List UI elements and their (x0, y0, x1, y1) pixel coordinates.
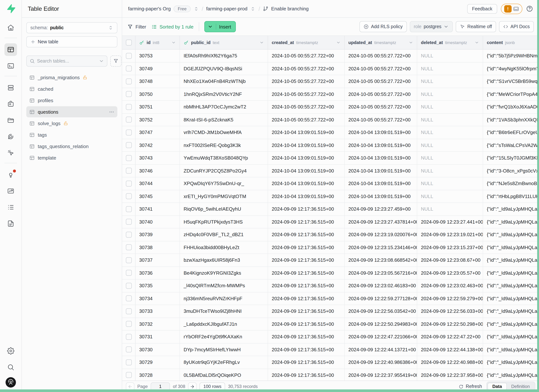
cell-deleted_at[interactable]: 2024-09-09 12:23:05.57+00 (417, 267, 483, 279)
cell-deleted_at[interactable]: NULL (417, 75, 483, 87)
cell-content[interactable]: {"id":"_Id9aLyJpMHQLaiQC (483, 369, 539, 381)
cell-deleted_at[interactable]: NULL (417, 62, 483, 75)
cell-id[interactable]: 30728 (135, 369, 180, 381)
cell-content[interactable]: {"id":"_Id9aLyJpMHQLaiQC (483, 216, 539, 228)
cell-created_at[interactable]: 2024-09-09 12:17:36.515+00 (268, 356, 345, 368)
cell-content[interactable]: {"id":"_Id9aLyJpMHQLaiQC (483, 305, 539, 317)
cell-content[interactable]: {"id":"_Id9aLyJpMHQLaiQC (483, 267, 539, 279)
nav-home-button[interactable] (5, 21, 17, 34)
feedback-button[interactable]: Feedback (467, 4, 497, 14)
refresh-button[interactable]: Refresh (459, 384, 482, 389)
api-docs-button[interactable]: API Docs (499, 21, 534, 32)
cell-content[interactable]: {"id":"_Id9aLyJpMHQLaiQC (483, 254, 539, 266)
nav-api-docs-button[interactable] (5, 217, 17, 230)
search-tables-field[interactable] (26, 56, 107, 67)
cell-content[interactable]: {"id":"rtHbLpgB8V11LUK7152 (483, 190, 539, 202)
row-checkbox[interactable] (126, 104, 132, 110)
tab-data[interactable]: Data (487, 383, 507, 390)
cell-public_id[interactable]: DYp-7mcyMSIrHefLYIwwH (180, 343, 268, 356)
project-switcher-icon[interactable] (250, 6, 256, 11)
cell-created_at[interactable]: 2024-10-05 00:55:27.722+00 (268, 75, 345, 87)
column-menu-icon[interactable] (475, 40, 479, 45)
cell-deleted_at[interactable]: 2024-09-09 12:22:40.988+00 (417, 356, 483, 368)
row-checkbox[interactable] (126, 270, 132, 276)
cell-public_id[interactable]: XPQwDIqY6Y75SwDnU-qr_ (180, 177, 268, 190)
cell-public_id[interactable]: nxFT002ISeRE-Qobg3K3k (180, 139, 268, 151)
cell-content[interactable]: {"id":"NJe5s8ZmBwnoB6e3s (483, 177, 539, 190)
cell-deleted_at[interactable]: NULL (417, 126, 483, 139)
cell-content[interactable]: {"id":"_Id9aLyJpMHQLaiQC (483, 318, 539, 330)
cell-public_id[interactable]: 8yUKotr9qGYjK2eFRhgLv (180, 356, 268, 368)
cell-public_id[interactable]: bzwXazHgax6UIR58j6Fn3 (180, 254, 268, 266)
cell-content[interactable]: {"id":"5b7j5Pz9WHBNmY_A (483, 50, 539, 62)
cell-deleted_at[interactable]: NULL (417, 165, 483, 177)
cell-content[interactable]: {"id":"_Id9aLyJpMHQLaiQC (483, 228, 539, 241)
cell-deleted_at[interactable]: 2024-09-09 12:22:50.298+00 (417, 318, 483, 330)
cell-public_id[interactable]: YwEmuWdqT38XoSB048QYp (180, 152, 268, 164)
cell-public_id[interactable]: nbMhHL3AP7OcCJymc2wT2 (180, 101, 268, 113)
cell-updated_at[interactable]: 2024-10-05 00:55:27.722+00 (345, 88, 417, 100)
row-checkbox[interactable] (126, 296, 132, 301)
cell-id[interactable]: 30738 (135, 241, 180, 253)
cell-deleted_at[interactable]: NULL (417, 177, 483, 190)
cell-updated_at[interactable]: 2024-10-05 00:55:27.722+00 (345, 75, 417, 87)
cell-updated_at[interactable]: 2024-10-05 00:55:27.722+00 (345, 62, 417, 75)
row-checkbox[interactable] (126, 129, 132, 135)
cell-public_id[interactable]: xrETI_HyGY0mPMGVqtOTM (180, 190, 268, 202)
cell-id[interactable]: 30732 (135, 318, 180, 330)
cell-created_at[interactable]: 2024-10-05 00:55:27.722+00 (268, 50, 345, 62)
cell-public_id[interactable]: zHDq4c0F0VBF_TL2_dBZ1 (180, 228, 268, 241)
row-checkbox[interactable] (126, 168, 132, 174)
cell-updated_at[interactable]: 2024-10-05 00:55:27.722+00 (345, 101, 417, 113)
nav-edge-functions-button[interactable] (5, 130, 17, 143)
cell-deleted_at[interactable]: 2024-09-09 12:23:08.67+00 (417, 254, 483, 266)
cell-created_at[interactable]: 2024-09-09 12:17:36.515+00 (268, 254, 345, 266)
column-header-created_at[interactable]: created_attimestamptz (268, 36, 345, 49)
sidebar-item-_prisma_migrations[interactable]: _prisma_migrations (26, 72, 117, 83)
cell-content[interactable]: {"id":"S1vrVC5BrB59wqcM4 (483, 75, 539, 87)
cell-content[interactable]: {"id":"fvrQ1bXoJ6XaAD08G (483, 101, 539, 113)
cell-updated_at[interactable]: 2024-10-04 13:09:01.519+00 (345, 152, 417, 164)
sidebar-item-questions[interactable]: questions (26, 106, 117, 117)
nav-database-button[interactable] (5, 81, 17, 94)
cell-id[interactable]: 30747 (135, 126, 180, 139)
cell-updated_at[interactable]: 2024-09-09 12:23:02.46183+00 (345, 279, 417, 292)
cell-id[interactable]: 30729 (135, 356, 180, 368)
nav-reports-button[interactable] (5, 185, 17, 197)
row-checkbox[interactable] (126, 257, 132, 263)
column-menu-icon[interactable] (260, 40, 264, 45)
cell-updated_at[interactable]: 2024-10-04 13:09:01.519+00 (345, 165, 417, 177)
row-checkbox[interactable] (126, 91, 132, 97)
sidebar-item-solve_logs[interactable]: solve_logs (26, 118, 117, 129)
cell-created_at[interactable]: 2024-09-09 12:17:36.515+00 (268, 369, 345, 381)
cell-content[interactable]: {"id":"_Id9aLyJpMHQLaiQC (483, 279, 539, 292)
cell-created_at[interactable]: 2024-09-09 12:17:36.515+00 (268, 267, 345, 279)
cell-id[interactable]: 30733 (135, 305, 180, 317)
sidebar-item-profiles[interactable]: profiles (26, 95, 117, 106)
cell-public_id[interactable]: 0L5BAfDaLDl5rQOiqeKPO (180, 369, 268, 381)
org-name[interactable]: farming-paper's Org (128, 6, 171, 11)
cell-id[interactable]: 30746 (135, 165, 180, 177)
cell-created_at[interactable]: 2024-10-04 13:09:01.519+00 (268, 190, 345, 202)
cell-updated_at[interactable]: 2024-09-09 12:23:27.459+00 (345, 203, 417, 215)
row-checkbox[interactable] (126, 334, 132, 340)
cell-public_id[interactable]: vrlh7CMD-JtM1bOweMHfA (180, 126, 268, 139)
row-checkbox[interactable] (126, 347, 132, 353)
sort-button[interactable]: Sorted by 1 rule (151, 24, 194, 29)
cell-updated_at[interactable]: 2024-09-09 12:22:50.294983+00 (345, 318, 417, 330)
cell-public_id[interactable]: rYbORF2e4YgDt9fKAXaKn (180, 330, 268, 343)
cell-public_id[interactable]: IEfA0sRh9hIXf62Y6ga75 (180, 50, 268, 62)
cell-created_at[interactable]: 2024-09-09 12:17:36.515+00 (268, 305, 345, 317)
cell-deleted_at[interactable]: NULL (417, 203, 483, 215)
cell-id[interactable]: 30750 (135, 88, 180, 100)
column-header-content[interactable]: contentjsonb (483, 36, 539, 49)
column-header-updated_at[interactable]: updated_attimestamptz (345, 36, 417, 49)
cell-created_at[interactable]: 2024-09-09 12:17:36.515+00 (268, 279, 345, 292)
cell-content[interactable]: {"id":"_Id9aLyJpMHQLaiQC (483, 241, 539, 253)
cell-updated_at[interactable]: 2024-09-09 12:23:08.668542+00 (345, 254, 417, 266)
cell-id[interactable]: 30744 (135, 177, 180, 190)
cell-deleted_at[interactable]: 2024-09-09 12:23:19.021+00 (417, 228, 483, 241)
cell-id[interactable]: 30730 (135, 343, 180, 356)
cell-content[interactable]: {"id":"4wyNgK55lOfrpmYZo (483, 62, 539, 75)
sidebar-item-template[interactable]: template (26, 152, 117, 163)
